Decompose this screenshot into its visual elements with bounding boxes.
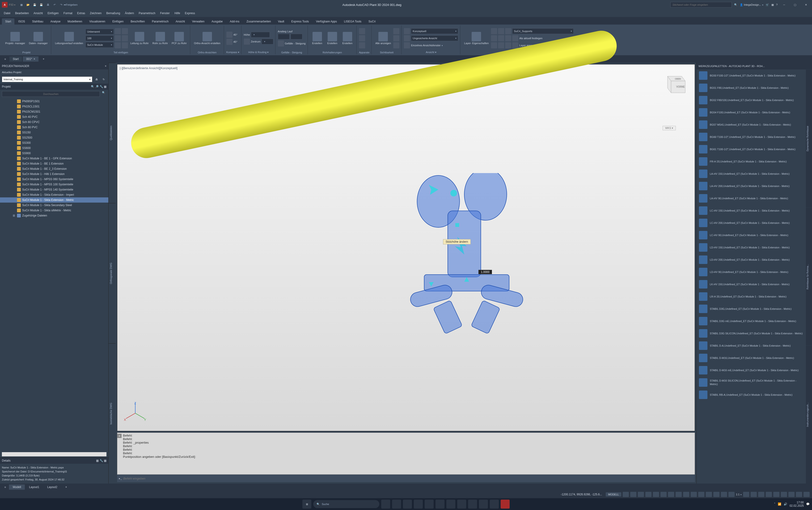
palette-item[interactable]: LA-HV 200,Undefined_ET (SuCri Module 1 -… <box>697 180 806 192</box>
menu-express[interactable]: Express <box>183 10 197 16</box>
sb-iso-icon[interactable] <box>781 492 787 497</box>
tree-node[interactable]: SuCri Module 1 - Sikla Extension - Metri… <box>0 197 108 203</box>
line-combo[interactable]: Unbenannt <box>85 29 114 34</box>
palette-item[interactable]: BG61 T100-1/2",Undefined_ET (SuCri Modul… <box>697 143 806 155</box>
tree-node[interactable]: ⊞Zugehörige Dateien <box>0 213 108 218</box>
tree-node[interactable]: SS2500 <box>0 135 108 140</box>
ribbon-tab-sucri[interactable]: SuCri <box>365 19 379 25</box>
tb-app-icon[interactable] <box>479 500 488 509</box>
palette-item[interactable]: STABIL D-M16,Undefined_ET (SuCri Module … <box>697 352 806 364</box>
pipe-to-pipe-button[interactable]: Rohr zu Rohr <box>151 31 169 46</box>
tb-word-icon[interactable] <box>457 500 466 509</box>
sb-hw-icon[interactable] <box>788 492 794 497</box>
vp-icon[interactable] <box>404 42 410 49</box>
center-combo[interactable] <box>262 39 273 45</box>
menu-extras[interactable]: Extras <box>75 10 87 16</box>
sb-3dosnap-icon[interactable] <box>661 492 667 497</box>
layout-tab-layout1[interactable]: Layout1 <box>25 484 43 490</box>
part-btn-6[interactable] <box>122 42 128 49</box>
palette-item[interactable]: BG54 F100,Undefined_ET (SuCri Module 1 -… <box>697 106 806 118</box>
search-icon[interactable]: 🔍 <box>734 3 737 6</box>
apps-icon[interactable]: ▦ <box>772 3 774 6</box>
ortho-view-button[interactable]: Ortho-Ansicht erstellen <box>193 31 222 46</box>
tree-node[interactable]: SuCri Module 1 - Sikla Secondary Steel <box>0 203 108 208</box>
pm-search-icon[interactable]: 🔍 <box>101 91 107 97</box>
ucs-icon[interactable]: Z Y X <box>124 403 146 424</box>
pm-project-select[interactable]: Internal_Training▾ <box>2 77 92 82</box>
line-to-pipe-button[interactable]: Leitung zu Rohr <box>129 31 150 46</box>
sb-clean-icon[interactable] <box>796 492 802 497</box>
tree-node[interactable]: SuCri Module 1 - Sikla siMetrix - Metric <box>0 208 108 213</box>
palette-item[interactable]: BG50 F100-1/2",Undefined_ET (SuCri Modul… <box>697 69 806 82</box>
help-icon[interactable]: ? <box>776 3 778 6</box>
close-tab-icon[interactable]: × <box>33 57 35 61</box>
part-btn-2[interactable] <box>122 28 128 34</box>
layer-ico-1[interactable] <box>491 28 497 34</box>
pm-scrollbar[interactable] <box>2 452 107 456</box>
create-support-button-1[interactable]: Erstellen <box>310 31 324 46</box>
tb-folder-icon[interactable] <box>425 500 434 509</box>
sb-polar-icon[interactable] <box>645 492 651 497</box>
share-button[interactable]: ➦ Freigeben <box>68 2 74 7</box>
cmd-close-icon[interactable]: × <box>117 434 121 438</box>
tb-edge-icon[interactable] <box>403 500 412 509</box>
height-combo[interactable] <box>251 32 270 37</box>
minimize-button[interactable]: ─ <box>780 0 788 9</box>
palette-item[interactable]: LC-HV 200,Undefined_ET (SuCri Module 1 -… <box>697 217 806 229</box>
palette-item[interactable]: LD-HV 90,Undefined_ET (SuCri Module 1 - … <box>697 266 806 278</box>
palette-item[interactable]: LA-HV 150,Undefined_ET (SuCri Module 1 -… <box>697 168 806 180</box>
rise-field[interactable] <box>278 34 290 39</box>
new-tab-button[interactable]: + <box>39 56 48 62</box>
compass-icon[interactable] <box>226 32 233 38</box>
sb-ducs-icon[interactable] <box>675 492 682 497</box>
tb-outlook-icon[interactable] <box>446 500 455 509</box>
ribbon-tab-add-ins[interactable]: Add-ins <box>227 19 243 25</box>
sb-qv-icon[interactable] <box>766 492 772 497</box>
ribbon-tab-ausgabe[interactable]: Ausgabe <box>208 19 226 25</box>
ribbon-tab-verwalten[interactable]: Verwalten <box>188 19 208 25</box>
layer-ico-4[interactable] <box>491 35 497 41</box>
palette-item[interactable]: BG51 F80,Undefined_ET (SuCri Module 1 - … <box>697 82 806 94</box>
pm-print-icon[interactable]: 🖶 <box>94 78 99 81</box>
menu-datei[interactable]: Datei <box>2 10 12 16</box>
show-all-button[interactable]: Alle anzeigen <box>374 31 392 46</box>
layer-ico-9[interactable] <box>498 42 504 49</box>
tree-node[interactable]: Sch 40 PVC <box>0 114 108 119</box>
system-tray[interactable]: ˄ 📶 🔊 17:0002.02.2025 💬 <box>774 501 810 507</box>
part-btn-4[interactable] <box>122 35 128 41</box>
layer-ico-3[interactable] <box>505 28 511 34</box>
tb-app-icon-2[interactable] <box>490 500 499 509</box>
tree-node[interactable]: SS150 <box>0 130 108 135</box>
part-btn-3[interactable] <box>115 35 121 41</box>
pcf-to-pipe-button[interactable]: PCF zu Rohr <box>170 31 188 46</box>
status-model-button[interactable]: MODELL <box>606 492 621 497</box>
viewport-label[interactable]: [-][Benutzerdefinierte Ansicht][Konzeptu… <box>120 66 177 70</box>
tree-node[interactable]: PN15CM1S01 <box>0 109 108 114</box>
palette-items[interactable]: BG50 F100-1/2",Undefined_ET (SuCri Modul… <box>697 69 806 484</box>
side-tab[interactable]: Isometrische DWG <box>109 343 116 484</box>
tree-node[interactable]: SuCri Module 1 - BE 1 Extension <box>0 161 108 166</box>
palette-item[interactable]: LD-HV 200,Undefined_ET (SuCri Module 1 -… <box>697 254 806 266</box>
side-tab[interactable]: Orthogonale DWG <box>109 203 116 343</box>
view-icon-2[interactable] <box>404 35 410 41</box>
palette-item[interactable]: STABIL D3G,Undefined_ET (SuCri Module 1 … <box>697 303 806 315</box>
ribbon-tab-ansicht[interactable]: Ansicht <box>172 19 188 25</box>
palette-item[interactable]: LA-HV 90,Undefined_ET (SuCri Module 1 - … <box>697 192 806 204</box>
visual-style-combo[interactable]: Konzeptuell <box>411 28 458 34</box>
palette-item[interactable]: LR-H 20,Undefined_ET (SuCri Module 1 - S… <box>697 290 806 303</box>
sb-lock-icon[interactable] <box>773 492 779 497</box>
tree-node[interactable]: SuCri Module 1 - MPSS 100 Systemteile <box>0 182 108 187</box>
ribbon-tab-analyse[interactable]: Analyse <box>47 19 64 25</box>
part-btn-5[interactable] <box>115 42 121 49</box>
tree-node[interactable]: SS900 <box>0 151 108 156</box>
ribbon-tab-einfügen[interactable]: Einfügen <box>109 19 127 25</box>
vis-btn-1[interactable] <box>393 28 399 34</box>
menu-parametrisch[interactable]: Parametrisch <box>137 10 157 16</box>
qat-save-icon[interactable]: 💾 <box>32 2 37 7</box>
layer-ico-2[interactable] <box>498 28 504 34</box>
help-search-input[interactable] <box>670 2 732 7</box>
layer-ico-7[interactable] <box>512 35 518 41</box>
layer-ico-8[interactable] <box>491 42 497 49</box>
vis-btn-3[interactable] <box>393 42 399 49</box>
equip-btn-3[interactable] <box>359 42 365 49</box>
